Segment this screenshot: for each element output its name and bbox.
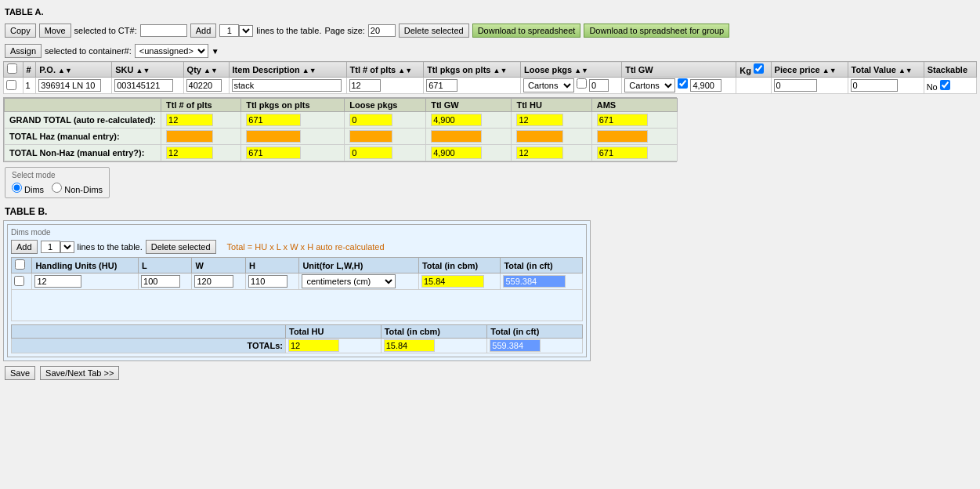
add-qty-arrow[interactable] bbox=[239, 25, 253, 37]
dims-label: Dims bbox=[24, 185, 44, 194]
total-haz-ams[interactable] bbox=[591, 129, 677, 145]
row-b-unit[interactable]: centimeters (cm) bbox=[299, 273, 419, 290]
row-num: 1 bbox=[23, 78, 36, 94]
total-haz-gw[interactable] bbox=[426, 129, 512, 145]
save-next-tab-button[interactable]: Save/Next Tab >> bbox=[40, 366, 119, 380]
col-b-check[interactable] bbox=[12, 258, 32, 273]
move-button[interactable]: Move bbox=[39, 24, 71, 38]
table-row: 1 Cartons Cartons bbox=[4, 78, 977, 94]
total-nonhaz-pkgs[interactable] bbox=[241, 145, 345, 161]
col-b-w: W bbox=[192, 258, 245, 273]
row-b-w[interactable] bbox=[192, 273, 245, 290]
row-check[interactable] bbox=[4, 78, 24, 94]
total-nonhaz-plts[interactable] bbox=[161, 145, 241, 161]
auto-recalc-note: Total = HU x L x W x H auto re-calculate… bbox=[227, 242, 385, 252]
add-qty-stepper[interactable] bbox=[219, 24, 253, 37]
select-all-b-checkbox[interactable] bbox=[15, 259, 25, 270]
sort-loose-icon[interactable]: ▲▼ bbox=[574, 67, 588, 74]
row-b-hu[interactable] bbox=[32, 273, 139, 290]
kg-checkbox[interactable] bbox=[754, 63, 764, 74]
total-nonhaz-gw[interactable] bbox=[426, 145, 512, 161]
dims-radio[interactable] bbox=[12, 183, 22, 193]
gw-check[interactable] bbox=[678, 78, 688, 89]
copy-button[interactable]: Copy bbox=[5, 24, 36, 38]
assign-button[interactable]: Assign bbox=[5, 44, 42, 58]
loose-val-input[interactable] bbox=[589, 79, 609, 92]
sort-plts-icon[interactable]: ▲▼ bbox=[398, 67, 412, 74]
dims-mode-title: Dims mode bbox=[11, 228, 583, 237]
col-header-sku: SKU ▲▼ bbox=[112, 62, 183, 78]
row-b-cbm[interactable] bbox=[418, 273, 501, 290]
col-header-check[interactable] bbox=[4, 62, 24, 78]
gw-unit-select[interactable]: Cartons bbox=[624, 78, 675, 92]
grand-total-loose[interactable] bbox=[345, 112, 426, 129]
total-haz-pkgs[interactable] bbox=[241, 129, 345, 145]
dims-radio-label[interactable]: Dims bbox=[12, 183, 44, 194]
delete-selected-button-a[interactable]: Delete selected bbox=[399, 24, 469, 38]
non-dims-radio[interactable] bbox=[52, 183, 62, 193]
total-nonhaz-ams[interactable] bbox=[591, 145, 677, 161]
page-size-input[interactable] bbox=[368, 24, 396, 37]
ct-number-input[interactable] bbox=[140, 24, 187, 37]
sort-pkgs-icon[interactable]: ▲▼ bbox=[493, 67, 507, 74]
row-qty[interactable] bbox=[183, 78, 229, 94]
col-header-totalval: Total Value ▲▼ bbox=[848, 62, 924, 78]
container-select[interactable]: <unassigned> bbox=[135, 44, 208, 58]
add-qty-input-b[interactable] bbox=[41, 241, 60, 253]
select-all-checkbox[interactable] bbox=[7, 63, 17, 74]
total-haz-loose[interactable] bbox=[345, 129, 426, 145]
save-button[interactable]: Save bbox=[5, 366, 35, 380]
sort-po-icon[interactable]: ▲▼ bbox=[58, 67, 72, 74]
add-qty-stepper-b[interactable] bbox=[41, 241, 74, 253]
row-price[interactable] bbox=[771, 78, 848, 94]
page-size-label: Page size: bbox=[324, 26, 364, 35]
totals-b-cft-val[interactable] bbox=[487, 339, 583, 353]
download-button[interactable]: Download to spreadsheet bbox=[472, 24, 581, 38]
total-nonhaz-loose[interactable] bbox=[345, 145, 426, 161]
add-button-b[interactable]: Add bbox=[11, 240, 38, 254]
download-group-button[interactable]: Download to spreadsheet for group bbox=[584, 24, 729, 38]
totals-b-hu-val[interactable] bbox=[286, 339, 382, 353]
row-ttlpkgs[interactable] bbox=[424, 78, 521, 94]
row-ttlplts[interactable] bbox=[346, 78, 424, 94]
row-b-cft[interactable] bbox=[501, 273, 583, 290]
loose-check[interactable] bbox=[577, 78, 587, 89]
unit-select-b[interactable]: centimeters (cm) bbox=[302, 274, 396, 288]
row-po[interactable] bbox=[36, 78, 112, 94]
col-header-gw: Ttl GW bbox=[622, 62, 736, 78]
grand-total-ams[interactable] bbox=[591, 112, 677, 129]
sort-qty-icon[interactable]: ▲▼ bbox=[204, 67, 218, 74]
total-nonhaz-hu[interactable] bbox=[512, 145, 591, 161]
non-dims-radio-label[interactable]: Non-Dims bbox=[52, 183, 103, 194]
grand-total-hu[interactable] bbox=[512, 112, 591, 129]
row-totalval[interactable] bbox=[848, 78, 924, 94]
grand-total-pkgs[interactable] bbox=[241, 112, 345, 129]
add-qty-arrow-b[interactable] bbox=[60, 241, 74, 253]
row-b-check[interactable] bbox=[12, 273, 32, 290]
totals-b-cbm-val[interactable] bbox=[381, 339, 487, 353]
totals-col-gw: Ttl GW bbox=[426, 99, 512, 112]
table-b-main: Handling Units (HU) L W H Unit(for L,W,H… bbox=[11, 257, 583, 321]
row-kg bbox=[736, 78, 771, 94]
container-dropdown-arrow[interactable]: ▼ bbox=[212, 47, 219, 56]
row-b-l[interactable] bbox=[139, 273, 192, 290]
sort-totalval-icon[interactable]: ▲▼ bbox=[899, 67, 913, 74]
sort-desc-icon[interactable]: ▲▼ bbox=[302, 67, 316, 74]
table-a-toolbar: Copy Move selected to CT#: Add lines to … bbox=[3, 20, 977, 41]
add-button-a[interactable]: Add bbox=[190, 24, 217, 38]
total-haz-hu[interactable] bbox=[512, 129, 591, 145]
stackable-check[interactable] bbox=[940, 80, 950, 90]
row-b-h[interactable] bbox=[245, 273, 298, 290]
totals-b-row: TOTALs: bbox=[12, 339, 583, 353]
delete-selected-button-b[interactable]: Delete selected bbox=[146, 240, 216, 254]
add-qty-input[interactable] bbox=[219, 24, 239, 37]
grand-total-plts[interactable] bbox=[161, 112, 241, 129]
gw-val-input[interactable] bbox=[690, 79, 721, 92]
sort-sku-icon[interactable]: ▲▼ bbox=[136, 67, 150, 74]
row-desc[interactable] bbox=[229, 78, 346, 94]
total-haz-plts[interactable] bbox=[161, 129, 241, 145]
grand-total-gw[interactable] bbox=[426, 112, 512, 129]
loose-unit-select[interactable]: Cartons bbox=[523, 78, 574, 92]
row-sku[interactable] bbox=[112, 78, 183, 94]
sort-price-icon[interactable]: ▲▼ bbox=[823, 67, 837, 74]
